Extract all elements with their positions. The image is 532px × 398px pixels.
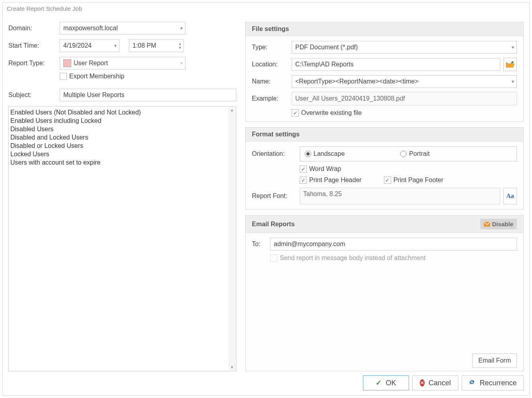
ok-button[interactable]: ✓ OK <box>363 375 409 390</box>
content: Domain: maxpowersoft.local ▾ Start Time:… <box>8 22 524 371</box>
list-item[interactable]: Disabled and Locked Users <box>10 133 228 142</box>
format-settings-panel: Format settings Orientation: Landscape P… <box>245 127 524 210</box>
spinner-buttons[interactable]: ▲▼ <box>178 40 182 52</box>
landscape-label: Landscape <box>314 150 345 157</box>
email-to-value: admin@mycompany.com <box>274 241 345 248</box>
report-font-label: Report Font: <box>252 192 300 200</box>
file-settings-header: File settings <box>252 25 289 33</box>
checkbox-icon: ✓ <box>292 109 299 116</box>
print-header-checkbox[interactable]: ✓ Print Page Header <box>300 177 362 184</box>
cancel-label: Cancel <box>429 379 451 387</box>
file-type-value: PDF Document (*.pdf) <box>295 44 358 51</box>
export-membership-checkbox[interactable]: Export Membership <box>60 73 125 80</box>
checkbox-icon <box>60 73 67 80</box>
example-value: User_All Users_20240419_130808.pdf <box>295 95 405 102</box>
portrait-label: Portrait <box>409 150 430 157</box>
email-form-label: Email Form <box>478 357 511 364</box>
list-item[interactable]: Disabled Users <box>10 125 228 133</box>
right-pane: File settings Type: PDF Document (*.pdf)… <box>245 22 524 371</box>
email-reports-panel: Email Reports Disable To: admin@mycompan… <box>245 215 524 371</box>
domain-label: Domain: <box>8 25 60 32</box>
email-to-label: To: <box>252 241 270 248</box>
orientation-label: Orientation: <box>252 150 300 157</box>
recurrence-button[interactable]: Recurrence <box>462 375 524 390</box>
report-font-display: Tahoma, 8.25 <box>300 188 500 204</box>
send-in-body-label: Send report in message body instead of a… <box>280 254 425 262</box>
send-in-body-checkbox[interactable]: Send report in message body instead of a… <box>270 254 425 262</box>
landscape-radio[interactable]: Landscape <box>305 150 345 157</box>
checkbox-icon <box>270 254 277 262</box>
chevron-down-icon: ▾ <box>114 43 117 49</box>
location-label: Location: <box>252 61 292 68</box>
filename-dropdown[interactable]: <ReportType><ReportName><date><time> ▾ <box>292 75 517 88</box>
report-type-label: Report Type: <box>8 60 60 67</box>
envelope-icon <box>484 222 490 227</box>
subject-input[interactable]: Multiple User Reports <box>60 89 236 101</box>
file-type-label: Type: <box>252 44 292 51</box>
overwrite-label: Overwrite existing file <box>301 109 362 116</box>
print-footer-checkbox[interactable]: ✓ Print Page Footer <box>384 177 443 184</box>
location-value: C:\Temp\AD Reports <box>295 61 354 68</box>
list-item[interactable]: Enabled Users (Not Disabled and Not Lock… <box>10 108 228 116</box>
email-to-input[interactable]: admin@mycompany.com <box>270 238 517 250</box>
portrait-radio[interactable]: Portrait <box>400 150 430 157</box>
start-date-picker[interactable]: 4/19/2024 ▾ <box>60 39 119 52</box>
domain-dropdown[interactable]: maxpowersoft.local ▾ <box>60 22 185 35</box>
chevron-down-icon: ▾ <box>180 25 183 31</box>
overwrite-checkbox[interactable]: ✓ Overwrite existing file <box>292 109 362 116</box>
ok-label: OK <box>386 379 396 387</box>
report-type-dropdown[interactable]: User Report ▾ <box>60 57 185 70</box>
refresh-icon <box>468 379 475 388</box>
start-time-spinner[interactable]: 1:08 PM ▲▼ <box>129 39 184 52</box>
reports-listbox[interactable]: Enabled Users (Not Disabled and Not Lock… <box>8 106 236 371</box>
chevron-down-icon: ▾ <box>512 45 514 50</box>
email-disable-label: Disable <box>492 221 513 227</box>
start-date-value: 4/19/2024 <box>63 42 92 49</box>
list-item[interactable]: Enabled Users including Locked <box>10 116 228 125</box>
list-item[interactable]: Users with account set to expire <box>10 158 228 167</box>
domain-value: maxpowersoft.local <box>63 25 118 32</box>
chevron-down-icon: ▾ <box>180 60 183 66</box>
format-settings-header: Format settings <box>252 131 300 138</box>
word-wrap-label: Word Wrap <box>309 165 341 173</box>
email-disable-button[interactable]: Disable <box>480 219 517 229</box>
email-reports-header: Email Reports <box>252 221 295 228</box>
check-icon: ✓ <box>376 379 382 387</box>
reports-list-items: Enabled Users (Not Disabled and Not Lock… <box>10 108 228 369</box>
left-pane: Domain: maxpowersoft.local ▾ Start Time:… <box>8 22 236 371</box>
subject-label: Subject: <box>8 91 60 99</box>
checkbox-icon: ✓ <box>300 165 307 173</box>
list-item[interactable]: Locked Users <box>10 150 228 158</box>
email-form-button[interactable]: Email Form <box>472 353 517 368</box>
location-input[interactable]: C:\Temp\AD Reports <box>292 58 500 71</box>
file-type-dropdown[interactable]: PDF Document (*.pdf) ▾ <box>292 41 517 54</box>
radio-icon <box>305 151 311 157</box>
start-time-label: Start Time: <box>8 42 60 49</box>
word-wrap-checkbox[interactable]: ✓ Word Wrap <box>300 165 341 173</box>
report-type-color-swatch <box>63 59 71 67</box>
font-icon: Aa <box>506 192 514 200</box>
orientation-group: Landscape Portrait <box>300 146 517 161</box>
folder-open-icon <box>506 61 514 68</box>
list-item[interactable]: Disabled or Locked Users <box>10 142 228 150</box>
export-membership-label: Export Membership <box>69 73 125 80</box>
print-header-label: Print Page Header <box>309 177 362 184</box>
window-title: Create Report Schedule Job <box>3 3 529 14</box>
report-font-value: Tahoma, 8.25 <box>303 190 342 198</box>
checkbox-icon: ✓ <box>300 177 307 184</box>
cancel-button[interactable]: ✕ Cancel <box>412 375 458 390</box>
filename-label: Name: <box>252 78 292 85</box>
print-footer-label: Print Page Footer <box>394 177 443 184</box>
start-time-value: 1:08 PM <box>133 42 156 49</box>
report-type-value: User Report <box>74 60 108 67</box>
choose-font-button[interactable]: Aa <box>503 188 517 204</box>
dialog-buttons: ✓ OK ✕ Cancel Recurrence <box>363 375 524 390</box>
example-output: User_All Users_20240419_130808.pdf <box>292 92 517 105</box>
example-label: Example: <box>252 95 292 102</box>
dialog-window: Create Report Schedule Job Domain: maxpo… <box>2 2 530 396</box>
filename-value: <ReportType><ReportName><date><time> <box>295 78 419 85</box>
recurrence-label: Recurrence <box>479 379 516 387</box>
file-settings-panel: File settings Type: PDF Document (*.pdf)… <box>245 22 524 122</box>
scrollbar[interactable]: ▲▼ <box>228 107 236 371</box>
browse-folder-button[interactable] <box>503 58 517 71</box>
